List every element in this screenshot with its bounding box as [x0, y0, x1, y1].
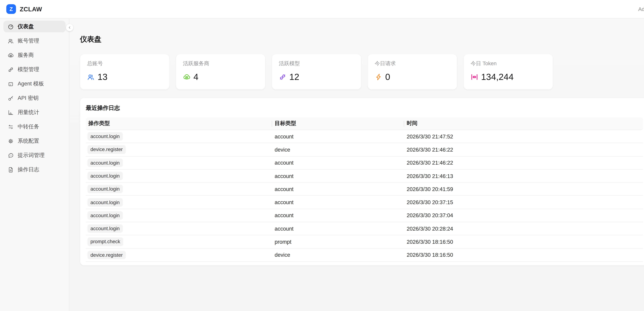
time-cell: 2026/3/30 18:16:50	[404, 238, 643, 245]
sidebar-item-label: 中转任务	[18, 123, 39, 130]
time-cell: 2026/3/30 21:46:22	[404, 146, 643, 153]
time-cell: 2026/3/30 21:46:13	[404, 173, 643, 179]
sidebar-item-operation-logs[interactable]: 操作日志	[3, 164, 66, 175]
stat-card-total-accounts: 总账号 13	[80, 54, 170, 90]
time-cell: 2026/3/30 21:46:22	[404, 160, 643, 166]
bar-chart-icon	[8, 109, 14, 116]
stat-card-active-models: 活跃模型 12	[272, 54, 361, 90]
lightning-icon	[375, 73, 382, 81]
sidebar-item-models[interactable]: 模型管理	[3, 64, 66, 75]
gear-icon	[8, 138, 14, 144]
sidebar-item-dashboard[interactable]: 仪表盘	[3, 21, 66, 32]
gauge-icon	[8, 23, 14, 30]
sidebar-item-providers[interactable]: 服务商	[3, 49, 66, 61]
sidebar-item-label: 模型管理	[18, 66, 39, 73]
sidebar-item-label: 仪表盘	[18, 23, 34, 30]
time-cell: 2026/3/30 20:37:15	[404, 199, 643, 205]
app-logo-icon: Z	[6, 4, 16, 14]
stat-number: 13	[98, 72, 108, 82]
sidebar-item-label: 系统配置	[18, 137, 39, 145]
logo-letter: Z	[10, 6, 13, 12]
token-width-icon	[471, 73, 478, 81]
table-row: account.login account 2026/3/30 20:41:59	[86, 183, 643, 196]
column-header-time: 时间	[404, 117, 643, 130]
action-type-badge: account.login	[88, 198, 122, 206]
key-icon	[8, 95, 14, 101]
recent-logs-title: 最近操作日志	[86, 104, 643, 112]
stat-label: 今日请求	[375, 60, 450, 67]
sidebar-item-label: 提示词管理	[18, 152, 44, 159]
sidebar-item-agent-templates[interactable]: Agent 模板	[3, 78, 66, 90]
api-plug-icon	[279, 73, 286, 81]
chevron-left-icon	[68, 26, 72, 29]
table-row: account.login account 2026/3/30 20:37:15	[86, 196, 643, 209]
target-type-cell: device	[272, 252, 404, 258]
app-header: Z ZCLAW Admin	[0, 0, 644, 19]
target-type-cell: account	[272, 173, 404, 179]
time-cell: 2026/3/30 20:41:59	[404, 186, 643, 192]
app-root: Z ZCLAW Admin 仪表盘 账号管理 服务商 模型管理 Agent 模板…	[0, 0, 644, 311]
logs-table: 操作类型 目标类型 时间 account.login account 2026/…	[86, 117, 643, 262]
user-menu[interactable]: Admin	[638, 6, 644, 12]
stat-number: 0	[385, 72, 390, 82]
table-row: account.login account 2026/3/30 21:47:52	[86, 130, 643, 143]
page-title: 仪表盘	[80, 35, 644, 44]
sidebar-item-system-config[interactable]: 系统配置	[3, 135, 66, 147]
action-type-badge: account.login	[88, 224, 122, 233]
action-type-badge: device.register	[88, 145, 126, 154]
action-type-badge: account.login	[88, 185, 122, 193]
sidebar-item-prompt-management[interactable]: 提示词管理	[3, 149, 66, 161]
main-content: 仪表盘 总账号 13 活跃服务商 4 活跃模型 12 今日请求 0 今日 Tok…	[70, 19, 644, 311]
sidebar-collapse-button[interactable]	[66, 24, 73, 31]
action-type-badge: prompt.check	[88, 237, 123, 246]
logs-table-header: 操作类型 目标类型 时间	[86, 117, 643, 130]
robot-icon	[8, 81, 14, 87]
stat-number: 134,244	[481, 72, 514, 82]
target-type-cell: account	[272, 133, 404, 140]
sidebar-item-accounts[interactable]: 账号管理	[3, 35, 66, 47]
users-icon	[8, 38, 14, 44]
action-type-badge: device.register	[88, 251, 126, 259]
stat-number: 12	[290, 72, 300, 82]
stat-card-active-providers: 活跃服务商 4	[176, 54, 266, 90]
file-icon	[8, 166, 14, 173]
stat-value: 4	[183, 72, 258, 82]
brand-name: ZCLAW	[20, 6, 42, 12]
api-plug-icon	[8, 66, 14, 73]
target-type-cell: account	[272, 160, 404, 166]
sidebar-item-label: 用量统计	[18, 109, 39, 116]
target-type-cell: device	[272, 146, 404, 153]
action-type-badge: account.login	[88, 132, 122, 141]
sidebar-item-api-keys[interactable]: API 密钥	[3, 92, 66, 104]
cloud-server-icon	[183, 73, 190, 81]
time-cell: 2026/3/30 20:37:04	[404, 212, 643, 219]
sidebar-item-label: 操作日志	[18, 166, 39, 173]
stat-value: 12	[279, 72, 354, 82]
time-cell: 2026/3/30 20:28:24	[404, 225, 643, 232]
stat-number: 4	[194, 72, 198, 82]
target-type-cell: account	[272, 186, 404, 192]
target-type-cell: account	[272, 212, 404, 219]
table-row: device.register device 2026/3/30 18:16:5…	[86, 249, 643, 262]
sidebar-item-label: Agent 模板	[18, 80, 44, 87]
table-row: account.login account 2026/3/30 21:46:13	[86, 170, 643, 183]
action-type-badge: account.login	[88, 211, 122, 220]
logs-table-body: account.login account 2026/3/30 21:47:52…	[86, 130, 643, 262]
stat-label: 活跃模型	[279, 60, 354, 67]
table-row: account.login account 2026/3/30 21:46:22	[86, 156, 643, 169]
target-type-cell: account	[272, 225, 404, 232]
sidebar-item-relay-tasks[interactable]: 中转任务	[3, 121, 66, 133]
stat-card-today-requests: 今日请求 0	[368, 54, 457, 90]
stat-value: 0	[375, 72, 450, 82]
stats-row: 总账号 13 活跃服务商 4 活跃模型 12 今日请求 0 今日 Token 1…	[80, 54, 644, 90]
sidebar: 仪表盘 账号管理 服务商 模型管理 Agent 模板 API 密钥 用量统计 中…	[0, 19, 70, 311]
stat-label: 总账号	[87, 60, 162, 67]
sidebar-item-label: API 密钥	[18, 95, 39, 102]
time-cell: 2026/3/30 21:47:52	[404, 133, 643, 140]
stat-label: 今日 Token	[471, 60, 546, 67]
action-type-badge: account.login	[88, 159, 122, 167]
sidebar-item-label: 服务商	[18, 52, 34, 59]
column-header-target-type: 目标类型	[272, 117, 404, 130]
table-row: account.login account 2026/3/30 20:28:24	[86, 222, 643, 235]
sidebar-item-usage-stats[interactable]: 用量统计	[3, 106, 66, 118]
